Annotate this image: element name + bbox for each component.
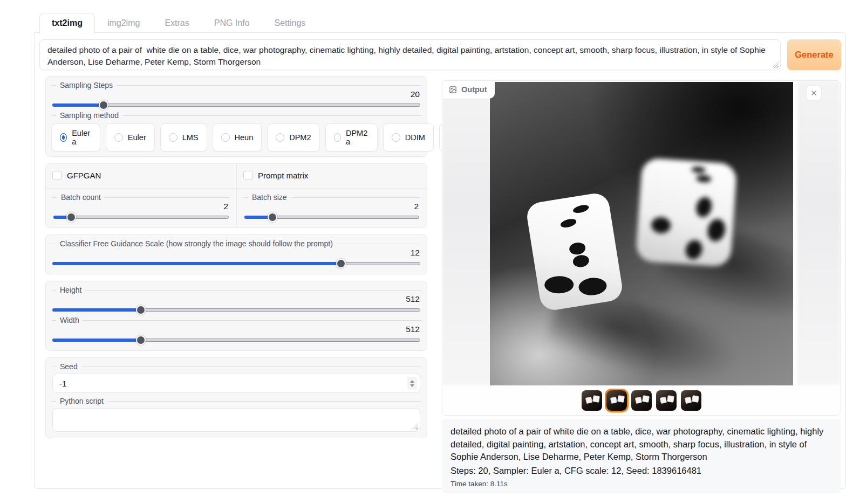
height-slider[interactable] (52, 305, 420, 315)
generated-image[interactable] (490, 82, 793, 385)
radio-icon (334, 133, 341, 142)
image-backdrop (797, 81, 841, 385)
slider-thumb[interactable] (336, 259, 346, 268)
radio-dpm2[interactable]: DPM2 (267, 123, 319, 151)
radio-icon (392, 133, 400, 142)
generate-button[interactable]: Generate (787, 39, 841, 70)
sampling-method-label: Sampling method (51, 111, 421, 120)
slider-thumb[interactable] (99, 100, 108, 110)
slider-thumb[interactable] (136, 305, 146, 315)
radio-ddim[interactable]: DDIM (383, 123, 434, 151)
output-column: Output ✕ detailed photo of a pair of whi… (442, 80, 841, 493)
radio-icon (276, 133, 284, 142)
radio-label: DPM2 a (346, 129, 369, 146)
caption-prompt: detailed photo of a pair of white die on… (451, 425, 828, 464)
cfg-value: 12 (51, 248, 421, 258)
tab-txt2img[interactable]: txt2img (39, 13, 95, 34)
seed-input[interactable]: -1 (52, 374, 420, 393)
radio-icon (114, 133, 123, 142)
step-down-icon[interactable] (410, 384, 414, 387)
tab-img2img[interactable]: img2img (95, 13, 152, 33)
batch-count-label: Batch count (52, 192, 230, 202)
radio-lms[interactable]: LMS (160, 123, 207, 151)
size-group: Height 512 Width 512 (45, 281, 427, 351)
blurred-die (636, 157, 738, 267)
tab-settings[interactable]: Settings (262, 13, 318, 33)
radio-label: Euler (128, 133, 146, 142)
gfpgan-label: GFPGAN (67, 171, 101, 180)
width-value: 512 (51, 325, 421, 335)
close-icon[interactable]: ✕ (807, 86, 821, 100)
radio-label: Euler a (72, 129, 92, 146)
tab-bar: txt2img img2img Extras PNG Info Settings (39, 13, 318, 33)
resize-handle-icon[interactable] (772, 61, 779, 68)
radio-label: Heun (235, 133, 254, 142)
cfg-label: Classifier Free Guidance Scale (how stro… (51, 239, 421, 248)
height-label: Height (51, 285, 421, 295)
python-script-label: Python script (51, 396, 421, 406)
gfpgan-checkbox[interactable]: GFPGAN (52, 168, 230, 183)
thumbnail-gallery (442, 386, 841, 415)
output-panel: Output ✕ (442, 80, 841, 416)
radio-dpm2-a[interactable]: DPM2 a (325, 123, 378, 151)
width-slider[interactable] (52, 335, 420, 346)
checkbox-icon[interactable] (243, 171, 252, 180)
slider-thumb[interactable] (268, 212, 277, 222)
settings-column: Sampling Steps 20 Sampling method Euler … (45, 76, 427, 438)
focused-die (525, 191, 624, 312)
slider-thumb[interactable] (136, 335, 146, 345)
sampling-method-options: Euler a Euler LMS Heun DPM2 DPM2 a DDIM … (51, 123, 421, 151)
gallery-thumbnail-5[interactable] (681, 390, 701, 411)
radio-euler-a[interactable]: Euler a (51, 123, 100, 151)
cfg-group: Classifier Free Guidance Scale (how stro… (45, 234, 427, 274)
python-script-input[interactable] (52, 408, 420, 432)
prompt-matrix-checkbox[interactable]: Prompt matrix (243, 168, 420, 183)
output-caption: detailed photo of a pair of white die on… (442, 419, 841, 493)
gallery-thumbnail-3[interactable] (631, 390, 652, 411)
prompt-matrix-label: Prompt matrix (258, 171, 308, 180)
gallery-thumbnail-2[interactable] (606, 390, 627, 411)
batch-size-label: Batch size (243, 192, 420, 202)
prompt-text: detailed photo of a pair of white die on… (47, 44, 766, 68)
radio-euler[interactable]: Euler (106, 123, 155, 151)
width-label: Width (51, 315, 421, 325)
seed-value: -1 (59, 379, 66, 388)
batch-count-slider[interactable] (53, 212, 229, 223)
height-value: 512 (51, 295, 421, 305)
tab-png-info[interactable]: PNG Info (202, 13, 262, 33)
checkbox-icon[interactable] (52, 171, 62, 180)
radio-label: LMS (182, 133, 199, 142)
main-panel: detailed photo of a pair of white die on… (34, 32, 846, 489)
slider-thumb[interactable] (66, 212, 76, 222)
batch-count-value: 2 (52, 202, 230, 212)
batch-size-slider[interactable] (244, 212, 419, 223)
output-label: Output (461, 85, 487, 94)
gallery-thumbnail-1[interactable] (582, 390, 602, 411)
seed-group: Seed -1 Python script (45, 357, 427, 438)
image-backdrop (442, 81, 491, 385)
radio-heun[interactable]: Heun (213, 123, 262, 151)
cfg-slider[interactable] (52, 258, 420, 269)
number-stepper[interactable] (407, 377, 417, 390)
radio-icon (60, 133, 67, 142)
radio-icon (169, 133, 178, 142)
caption-params: Steps: 20, Sampler: Euler a, CFG scale: … (451, 465, 831, 478)
sampling-group: Sampling Steps 20 Sampling method Euler … (45, 76, 427, 157)
image-icon (449, 86, 457, 94)
batch-group: GFPGAN Prompt matrix Batch count 2 (45, 163, 427, 228)
caption-time: Time taken: 8.11s (451, 480, 831, 488)
batch-size-value: 2 (243, 202, 420, 212)
sampling-steps-value: 20 (51, 90, 421, 100)
radio-label: DDIM (405, 133, 425, 142)
radio-icon (221, 133, 230, 142)
prompt-input[interactable]: detailed photo of a pair of white die on… (39, 39, 781, 70)
output-header: Output (442, 81, 495, 99)
resize-handle-icon[interactable] (412, 423, 418, 430)
gallery-thumbnail-4[interactable] (656, 390, 677, 411)
step-up-icon[interactable] (410, 380, 414, 383)
sampling-steps-label: Sampling Steps (51, 80, 421, 90)
tab-extras[interactable]: Extras (152, 13, 201, 33)
radio-label: DPM2 (289, 133, 311, 142)
seed-label: Seed (51, 362, 421, 371)
sampling-steps-slider[interactable] (52, 100, 420, 111)
